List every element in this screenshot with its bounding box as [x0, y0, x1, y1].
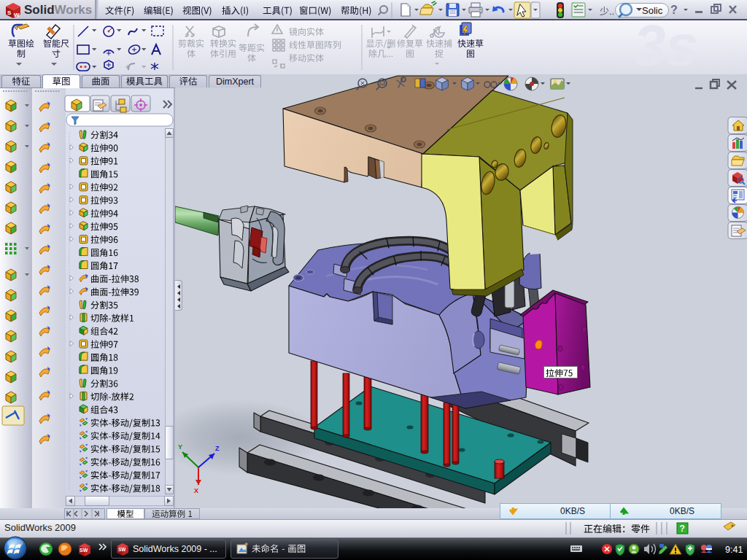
svg-text:S: S — [7, 9, 12, 16]
svg-text:W: W — [14, 12, 20, 18]
svg-text:Z: Z — [215, 445, 220, 452]
svg-text:9:41: 9:41 — [725, 545, 743, 555]
svg-text:?: ? — [670, 4, 678, 16]
svg-text:SW: SW — [118, 547, 126, 552]
svg-text:Y: Y — [178, 443, 182, 451]
svg-text:?: ? — [680, 524, 685, 534]
svg-text:SW: SW — [80, 548, 88, 553]
svg-text:X: X — [194, 487, 198, 494]
